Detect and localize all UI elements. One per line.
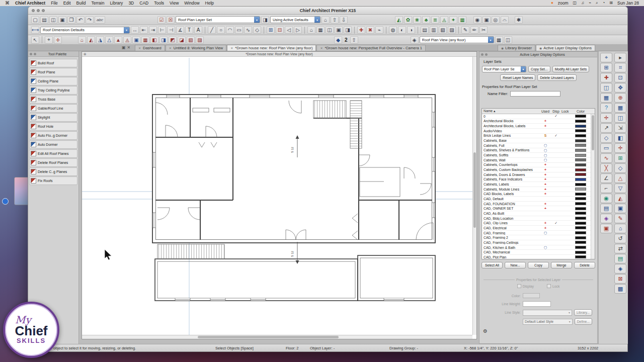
active-defaults-select[interactable]: Using Active Defaults▾	[270, 16, 320, 23]
menu-3d[interactable]: 3D	[128, 1, 134, 6]
layer-color-cell[interactable]	[573, 188, 589, 191]
framing-icon[interactable]: ▦	[316, 26, 325, 34]
undo-icon[interactable]: ↶	[76, 16, 85, 24]
background-window-thumbnail[interactable]	[14, 177, 29, 205]
angular-dimension-icon[interactable]: ∡	[176, 26, 184, 34]
layer-name[interactable]: Cabinets, Soffits	[482, 153, 540, 157]
layer-name[interactable]: Cabinets, Shelves & Partitions	[482, 148, 540, 152]
view-tab-3[interactable]: ✕*Drown house new: Perspective Full Over…	[316, 45, 425, 51]
layer-row[interactable]: CAD, Mechanical	[482, 250, 591, 255]
layer-color-swatch[interactable]	[575, 125, 586, 128]
record-icon[interactable]: ●	[551, 1, 553, 5]
side-tool-icon[interactable]: ⌐	[600, 184, 612, 193]
layer-row[interactable]: Cabinets, Soffits◯	[482, 153, 591, 158]
select-all-button[interactable]: Select All	[481, 262, 503, 268]
layer-color-cell[interactable]	[573, 246, 589, 249]
save-icon[interactable]: ◫	[49, 16, 57, 24]
camera-icon[interactable]: ◉	[473, 16, 481, 24]
side-tool-icon[interactable]: ▦	[600, 93, 612, 103]
redo-icon[interactable]: ↷	[86, 16, 94, 24]
menu-file[interactable]: File	[51, 1, 58, 6]
layer-set-select[interactable]: Roof Plan Layer Se▾	[482, 66, 526, 72]
layer-row[interactable]: CAD, Kitchen & Bath◯	[482, 245, 591, 250]
close-icon[interactable]: ✕	[320, 46, 323, 50]
layer-name[interactable]: CAD, Mechanical	[482, 250, 540, 254]
layer-color-swatch[interactable]	[575, 202, 586, 205]
side-tool-icon[interactable]: ▦	[614, 103, 626, 113]
cad-polygon-icon[interactable]: ◇	[253, 26, 261, 34]
window-titlebar[interactable]: Chief Architect Premier X15	[28, 7, 627, 15]
palette-close-icon[interactable]	[30, 53, 32, 55]
walkthrough-icon[interactable]: ◎	[492, 16, 500, 24]
layer-name[interactable]: Audio/Video	[482, 129, 540, 133]
layer-row[interactable]: Architectural Blocks+	[482, 119, 591, 124]
floor-indicator-icon[interactable]: ◆	[334, 36, 342, 44]
hatch-icon[interactable]: ▧	[439, 26, 447, 34]
layer-color-cell[interactable]	[573, 251, 589, 254]
menu-edit[interactable]: Edit	[63, 1, 71, 6]
auto-dormer-icon[interactable]: ◧	[150, 36, 158, 44]
elevation-view-icon[interactable]: ▣	[482, 16, 491, 24]
layer-color-swatch[interactable]	[575, 246, 586, 249]
roof-plane-icon[interactable]: ◭	[87, 36, 95, 44]
floor-plan[interactable]: 5 12 5 12	[82, 57, 476, 336]
layer-color-cell[interactable]	[573, 231, 589, 234]
truss-base-icon[interactable]: ▲	[114, 36, 122, 44]
floor-up-icon[interactable]: ⇧	[350, 36, 358, 44]
end-to-end-dimension-icon[interactable]: ⇤	[140, 26, 148, 34]
layer-color-cell[interactable]	[573, 197, 589, 200]
layer-name[interactable]: CAD, Framing	[482, 231, 540, 235]
layer-row[interactable]: CAD, Default	[482, 197, 591, 202]
color-swatch[interactable]	[523, 293, 540, 298]
control-center-icon[interactable]: ◔	[602, 1, 605, 5]
layer-row[interactable]: CAD, Framing 2	[482, 235, 591, 240]
layer-row[interactable]: Cabinets, Full◯	[482, 143, 591, 148]
material-eyedropper-icon[interactable]: ◍	[389, 26, 397, 34]
side-tool-icon[interactable]: △	[614, 173, 626, 183]
layer-color-swatch[interactable]	[575, 188, 586, 191]
text-style-select[interactable]: Default Label Style	[523, 319, 573, 325]
side-tool-icon[interactable]: ◫	[600, 83, 612, 93]
layer-row[interactable]: CAD Blocks, Labels+	[482, 192, 591, 197]
layer-row[interactable]: 0✓	[482, 114, 591, 119]
print-icon[interactable]: ▣	[58, 16, 66, 24]
palette-item-roof-plane[interactable]: Roof Plane	[29, 68, 77, 76]
spotlight-icon[interactable]: ⌕	[596, 1, 598, 5]
layer-name[interactable]: CAD, Bldg Location	[482, 217, 540, 220]
palette-item-build-roof[interactable]: Build Roof	[29, 59, 77, 67]
room-tool-icon[interactable]: ▣	[335, 26, 343, 34]
gear-icon[interactable]: ⚙	[483, 328, 488, 334]
pattern-icon[interactable]: ▨	[448, 26, 456, 34]
layer-name[interactable]: CAD Blocks, Labels	[482, 192, 540, 196]
side-tool-icon[interactable]: ▣	[614, 204, 626, 213]
build-roof-icon[interactable]: ⌂	[78, 36, 86, 44]
settings-icon[interactable]: ✱	[515, 16, 523, 24]
side-tool-icon[interactable]: ⌗	[614, 63, 626, 72]
side-tool-icon[interactable]: ▭	[600, 143, 612, 153]
adjust-lights-icon[interactable]: ◐	[398, 26, 406, 34]
layer-name[interactable]: CAD, FOUNDATION	[482, 202, 540, 206]
side-tool-icon[interactable]: ◧	[614, 133, 626, 143]
rich-text-icon[interactable]: A	[194, 26, 202, 34]
layer-row[interactable]: Cabinets, Labels+	[482, 182, 591, 187]
layer-color-swatch[interactable]	[575, 183, 586, 186]
electrical-icon[interactable]: ⌁	[375, 26, 383, 34]
lock-checkbox[interactable]: Lock	[547, 284, 559, 288]
ceiling-plane-icon[interactable]: ◮	[96, 36, 104, 44]
terrain-icon[interactable]: ◭	[395, 16, 403, 24]
copy-layer-button[interactable]: Copy	[528, 262, 549, 268]
side-tool-icon[interactable]: ⊞	[600, 63, 612, 72]
palette-item-tray-ceiling-polyline[interactable]: Tray Ceiling Polyline	[29, 86, 77, 95]
layer-color-cell[interactable]	[573, 158, 589, 161]
side-tool-icon[interactable]: ◫	[614, 113, 626, 123]
side-tool-icon[interactable]: ╳	[600, 163, 612, 173]
palette-item-fix-roofs[interactable]: Fix Roofs	[29, 176, 77, 185]
layer-color-swatch[interactable]	[575, 255, 586, 258]
layer-color-cell[interactable]	[573, 129, 589, 132]
layer-color-swatch[interactable]	[575, 144, 586, 147]
cad-circle-icon[interactable]: ○	[217, 26, 225, 34]
tile-windows-icon[interactable]: ▦	[495, 36, 503, 44]
zoom-menu-item[interactable]: zoom	[558, 1, 569, 6]
side-tool-icon[interactable]: ⌖	[600, 53, 612, 62]
layer-name[interactable]: 0	[482, 115, 540, 118]
